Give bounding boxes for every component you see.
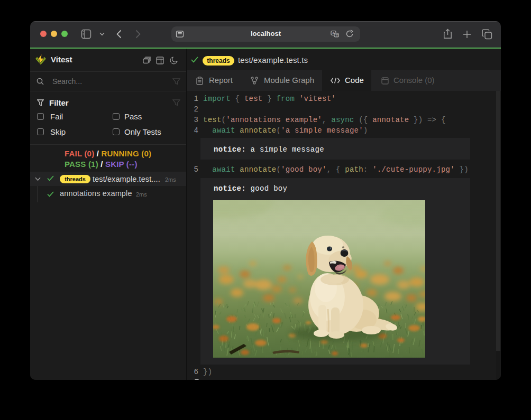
svg-text:文: 文 (335, 33, 338, 37)
